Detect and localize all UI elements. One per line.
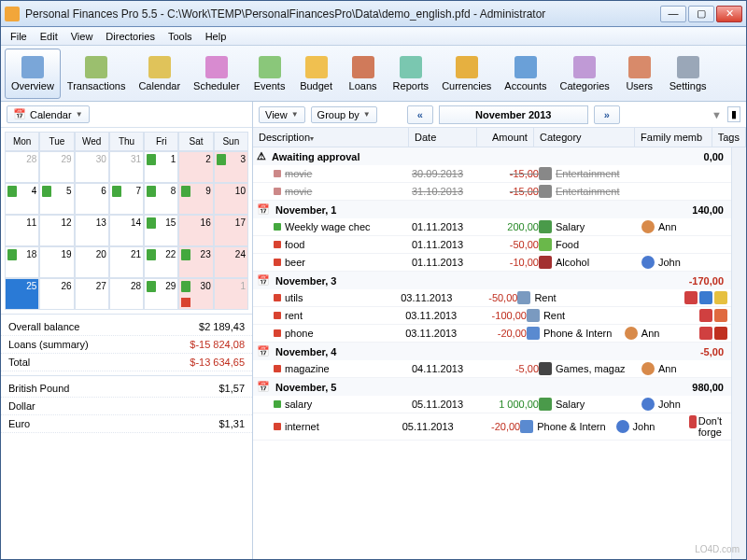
calendar-cell[interactable]: 29 (144, 278, 178, 310)
group-header[interactable]: ⚠Awaiting approval0,00 (253, 147, 731, 165)
calendar-cell[interactable]: 22 (144, 246, 178, 278)
calendar-cell[interactable]: 11 (5, 215, 39, 246)
calendar-cell[interactable]: 2 (178, 151, 213, 183)
calendar-cell[interactable]: 14 (109, 215, 144, 246)
calendar-cell[interactable]: 21 (109, 246, 144, 278)
scheduler-icon (205, 56, 228, 78)
calendar-cell[interactable]: 17 (214, 215, 248, 246)
events-icon (259, 56, 281, 78)
toolbar-users[interactable]: Users (616, 49, 663, 99)
titlebar[interactable]: Personal Finances Pro 5.5 - C:\Work\TEMP… (1, 1, 746, 27)
group-header[interactable]: 📅November, 3-170,00 (253, 272, 731, 289)
tag-icon (684, 291, 698, 304)
scrollbar[interactable] (731, 147, 746, 559)
transactions-list[interactable]: ⚠Awaiting approval0,00movie30.09.2013-15… (253, 147, 731, 559)
toolbar-transactions[interactable]: Transactions (61, 49, 133, 99)
transaction-row[interactable]: movie30.09.2013-15,00Entertainment (253, 165, 731, 183)
toolbar-overview[interactable]: Overview (5, 49, 61, 99)
calendar-cell[interactable]: 28 (5, 151, 39, 183)
transaction-row[interactable]: beer01.11.2013-10,00AlcoholJohn (253, 254, 731, 272)
calendar-icon: 📅 (257, 345, 270, 357)
calendar-cell[interactable]: 24 (214, 246, 248, 278)
expense-icon (274, 423, 281, 430)
calendar-cell[interactable]: 5 (39, 183, 74, 215)
user-icon (625, 327, 638, 340)
watermark: LO4D.com (695, 544, 740, 554)
toolbar-loans[interactable]: Loans (340, 49, 387, 99)
toolbar-calendar[interactable]: Calendar (132, 49, 187, 99)
calendar-cell[interactable]: 23 (178, 246, 213, 278)
close-button[interactable]: ✕ (716, 6, 742, 22)
panel-toggle-icon[interactable]: ▮ (727, 106, 740, 122)
category-icon (527, 309, 540, 322)
group-header[interactable]: 📅November, 5980,00 (253, 378, 731, 396)
menu-help[interactable]: Help (200, 29, 233, 44)
toolbar-budget[interactable]: Budget (293, 49, 340, 99)
app-icon (5, 7, 20, 21)
calendar-cell[interactable]: 4 (5, 183, 39, 215)
calendar-cell[interactable]: 16 (178, 215, 213, 246)
window-title: Personal Finances Pro 5.5 - C:\Work\TEMP… (25, 7, 660, 21)
calendar-grid[interactable]: 2829303112345678910111213141516171819202… (5, 151, 248, 310)
transaction-row[interactable]: magazine04.11.2013-5,00Games, magazAnn (253, 360, 731, 378)
calendar-cell[interactable]: 1 (214, 278, 248, 310)
transaction-row[interactable]: salary05.11.20131 000,00SalaryJohn (253, 396, 731, 413)
calendar-cell[interactable]: 26 (39, 278, 74, 310)
calendar-cell[interactable]: 18 (5, 246, 39, 278)
overview-icon (21, 56, 44, 78)
calendar-cell[interactable]: 30 (178, 278, 213, 310)
calendar-cell[interactable]: 25 (5, 278, 39, 310)
calendar-view-dropdown[interactable]: 📅 Calendar ▼ (7, 105, 90, 123)
next-month-button[interactable]: » (594, 105, 620, 124)
minimize-button[interactable]: — (660, 6, 686, 22)
calendar-cell[interactable]: 19 (39, 246, 74, 278)
groupby-dropdown[interactable]: Group by▼ (311, 106, 377, 123)
calendar-cell[interactable]: 6 (75, 183, 109, 215)
calendar-cell[interactable]: 9 (178, 183, 213, 215)
calendar-cell[interactable]: 10 (214, 183, 248, 215)
group-header[interactable]: 📅November, 4-5,00 (253, 343, 731, 360)
calendar-cell[interactable]: 13 (75, 215, 109, 246)
calendar-cell[interactable]: 29 (39, 151, 74, 183)
filter-icon[interactable]: ▼ (712, 109, 722, 120)
calendar-cell[interactable]: 28 (109, 278, 144, 310)
calendar-cell[interactable]: 3 (214, 151, 248, 183)
menu-tools[interactable]: Tools (162, 29, 198, 44)
note-icon (181, 298, 190, 307)
calendar-cell[interactable]: 7 (109, 183, 144, 215)
transaction-row[interactable]: phone03.11.2013-20,00Phone & InternAnn (253, 325, 731, 343)
transaction-row[interactable]: movie31.10.2013-15,00Entertainment (253, 183, 731, 201)
calendar-icon: 📅 (13, 108, 26, 120)
menu-directories[interactable]: Directories (100, 29, 161, 44)
toolbar-categories[interactable]: Categories (554, 49, 616, 99)
calendar-cell[interactable]: 15 (144, 215, 178, 246)
calendar-cell[interactable]: 27 (75, 278, 109, 310)
calendar-cell[interactable]: 30 (75, 151, 109, 183)
transaction-row[interactable]: internet05.11.2013-20,00Phone & InternJo… (253, 413, 731, 441)
toolbar-events[interactable]: Events (247, 49, 293, 99)
summary-loans: Loans (summary)$-15 824,08 (1, 336, 252, 354)
calendar-cell[interactable]: 31 (109, 151, 144, 183)
menu-view[interactable]: View (65, 29, 99, 44)
transaction-row[interactable]: Weekly wage chec01.11.2013200,00SalaryAn… (253, 218, 731, 236)
group-header[interactable]: 📅November, 1140,00 (253, 201, 731, 218)
calendar-cell[interactable]: 20 (75, 246, 109, 278)
month-selector[interactable]: November 2013 (439, 105, 588, 124)
prev-month-button[interactable]: « (407, 105, 433, 124)
toolbar-settings[interactable]: Settings (663, 49, 713, 99)
toolbar-scheduler[interactable]: Scheduler (187, 49, 247, 99)
menu-edit[interactable]: Edit (35, 29, 63, 44)
calendar-cell[interactable]: 1 (144, 151, 178, 183)
toolbar-accounts[interactable]: Accounts (498, 49, 553, 99)
tag-icon (699, 327, 712, 340)
calendar-cell[interactable]: 12 (39, 215, 74, 246)
transaction-row[interactable]: food01.11.2013-50,00Food (253, 236, 731, 254)
toolbar-reports[interactable]: Reports (387, 49, 436, 99)
transaction-row[interactable]: utils03.11.2013-50,00Rent (253, 289, 731, 307)
view-dropdown[interactable]: View▼ (259, 106, 305, 123)
calendar-cell[interactable]: 8 (144, 183, 178, 215)
transaction-row[interactable]: rent03.11.2013-100,00Rent (253, 307, 731, 325)
toolbar-currencies[interactable]: Currencies (435, 49, 498, 99)
maximize-button[interactable]: ▢ (688, 6, 714, 22)
menu-file[interactable]: File (5, 29, 33, 44)
